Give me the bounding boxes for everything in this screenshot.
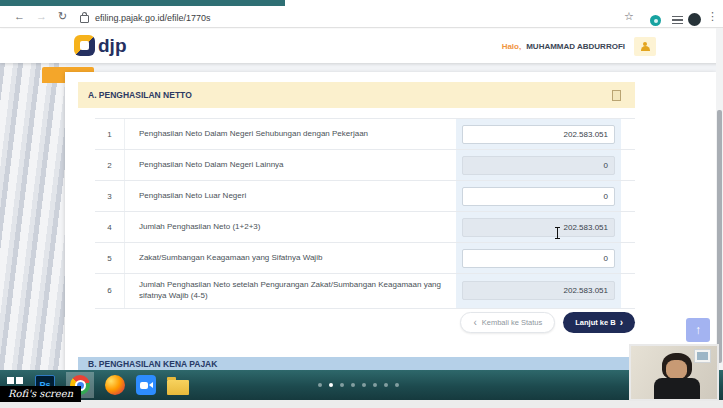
url-bar[interactable]: efiling.pajak.go.id/efile/1770s bbox=[80, 10, 510, 25]
djp-logo[interactable]: djp bbox=[74, 35, 127, 56]
screen-share-label: Rofi's screen bbox=[0, 386, 81, 402]
penghasilan-netto-table: 1 Penghasilan Neto Dalam Negeri Sehubung… bbox=[95, 118, 635, 309]
url-text: efiling.pajak.go.id/efile/1770s bbox=[95, 13, 211, 23]
row-number: 2 bbox=[95, 150, 125, 180]
arrow-up-icon: ↑ bbox=[695, 323, 701, 337]
table-row: 3 Penghasilan Neto Luar Negeri 0 bbox=[95, 181, 635, 212]
user-menu-button[interactable] bbox=[634, 37, 656, 56]
lanjut-ke-b-button[interactable]: Lanjut ke B › bbox=[563, 312, 635, 333]
bookmark-star-icon[interactable]: ☆ bbox=[624, 10, 634, 23]
browser-profile-avatar[interactable] bbox=[688, 13, 701, 26]
row-number: 3 bbox=[95, 181, 125, 211]
refresh-icon[interactable]: ↻ bbox=[58, 9, 67, 23]
lanjut-label: Lanjut ke B bbox=[575, 318, 615, 327]
page-dot bbox=[351, 383, 355, 387]
row-value-cell: 0 bbox=[456, 150, 621, 180]
row-value-input[interactable]: 0 bbox=[462, 249, 615, 268]
page-dot bbox=[395, 383, 399, 387]
form-card: A. PENGHASILAN NETTO 1 Penghasilan Neto … bbox=[65, 72, 716, 371]
screen: ← → ↻ efiling.pajak.go.id/efile/1770s ☆ … bbox=[0, 0, 723, 408]
page-dot bbox=[384, 383, 388, 387]
row-value-input[interactable]: 0 bbox=[462, 187, 615, 206]
table-row: 2 Penghasilan Neto Dalam Negeri Lainnya … bbox=[95, 150, 635, 181]
wall-frame bbox=[694, 349, 711, 363]
file-explorer-icon[interactable] bbox=[167, 380, 189, 395]
presenter-face bbox=[666, 360, 687, 379]
row-label: Jumlah Penghasilan Neto setelah Penguran… bbox=[125, 274, 456, 308]
row-number: 5 bbox=[95, 243, 125, 273]
text-cursor bbox=[554, 227, 561, 239]
browser-menu-icon[interactable]: ⋮ bbox=[707, 10, 718, 23]
site-header: djp Halo, MUHAMMAD ABDURROFI bbox=[0, 29, 723, 63]
djp-logo-icon bbox=[74, 35, 95, 56]
chevron-right-icon: › bbox=[620, 318, 623, 328]
greeting-label: Halo, bbox=[502, 42, 522, 51]
taskbar-page-dots bbox=[318, 383, 399, 387]
row-value-input[interactable]: 202.583.051 bbox=[462, 125, 615, 144]
row-label: Penghasilan Neto Dalam Negeri Sehubungan… bbox=[125, 119, 456, 149]
page-dot bbox=[362, 383, 366, 387]
row-value-cell: 0 bbox=[456, 181, 621, 211]
user-name: MUHAMMAD ABDURROFI bbox=[526, 42, 625, 51]
table-rows: 1 Penghasilan Neto Dalam Negeri Sehubung… bbox=[95, 119, 635, 309]
row-label: Zakat/Sumbangan Keagamaan yang Sifatnya … bbox=[125, 243, 456, 273]
zoom-window-edge bbox=[0, 400, 723, 408]
row-number: 6 bbox=[95, 274, 125, 308]
page-dot bbox=[340, 383, 344, 387]
page-dot bbox=[373, 383, 377, 387]
background-building-image bbox=[0, 63, 66, 400]
row-number: 1 bbox=[95, 119, 125, 149]
row-label: Penghasilan Neto Dalam Negeri Lainnya bbox=[125, 150, 456, 180]
firefox-icon[interactable] bbox=[105, 375, 125, 395]
row-value-input[interactable]: 202.583.051 bbox=[462, 281, 615, 300]
djp-logo-text: djp bbox=[98, 35, 127, 56]
section-a-title: A. PENGHASILAN NETTO bbox=[88, 90, 192, 100]
section-b-title: B. PENGHASILAN KENA PAJAK bbox=[88, 359, 217, 369]
scrollbar-thumb[interactable] bbox=[717, 110, 722, 363]
section-a-header[interactable]: A. PENGHASILAN NETTO bbox=[78, 82, 635, 108]
table-row: 6 Jumlah Penghasilan Neto setelah Pengur… bbox=[95, 274, 635, 309]
webcam-overlay bbox=[629, 344, 719, 401]
windows-taskbar: Ps bbox=[0, 370, 723, 400]
header-user-area: Halo, MUHAMMAD ABDURROFI bbox=[502, 29, 656, 63]
person-icon bbox=[641, 42, 650, 51]
back-to-top-button[interactable]: ↑ bbox=[686, 318, 710, 342]
row-value-cell: 202.583.051 bbox=[456, 274, 621, 308]
row-label: Jumlah Penghasilan Neto (1+2+3) bbox=[125, 212, 456, 242]
row-number: 4 bbox=[95, 212, 125, 242]
row-value-input[interactable]: 0 bbox=[462, 156, 615, 175]
zoom-icon[interactable] bbox=[136, 375, 156, 395]
section-b-header[interactable]: B. PENGHASILAN KENA PAJAK bbox=[78, 357, 710, 371]
extension-icon[interactable] bbox=[650, 15, 661, 26]
kembali-ke-status-button[interactable]: ‹ Kembali ke Status bbox=[460, 312, 555, 333]
page-background: A. PENGHASILAN NETTO 1 Penghasilan Neto … bbox=[0, 63, 723, 400]
chevron-left-icon: ‹ bbox=[473, 318, 476, 328]
back-icon[interactable]: ← bbox=[14, 9, 25, 23]
presenter-body bbox=[654, 378, 700, 401]
browser-toolbar: ← → ↻ efiling.pajak.go.id/efile/1770s ☆ … bbox=[0, 6, 723, 28]
row-label: Penghasilan Neto Luar Negeri bbox=[125, 181, 456, 211]
kembali-label: Kembali ke Status bbox=[482, 318, 542, 327]
page-dot bbox=[318, 383, 322, 387]
form-nav-buttons: ‹ Kembali ke Status Lanjut ke B › bbox=[78, 312, 635, 333]
row-value-input[interactable]: 202.583.051 bbox=[462, 218, 615, 237]
reading-list-icon[interactable] bbox=[672, 16, 683, 24]
table-row: 5 Zakat/Sumbangan Keagamaan yang Sifatny… bbox=[95, 243, 635, 274]
forward-icon[interactable]: → bbox=[36, 9, 47, 23]
row-value-cell: 0 bbox=[456, 243, 621, 273]
table-row: 1 Penghasilan Neto Dalam Negeri Sehubung… bbox=[95, 119, 635, 150]
page-dot bbox=[329, 383, 333, 387]
collapse-icon[interactable] bbox=[612, 90, 621, 101]
row-value-cell: 202.583.051 bbox=[456, 212, 621, 242]
padlock-icon bbox=[80, 15, 89, 23]
row-value-cell: 202.583.051 bbox=[456, 119, 621, 149]
